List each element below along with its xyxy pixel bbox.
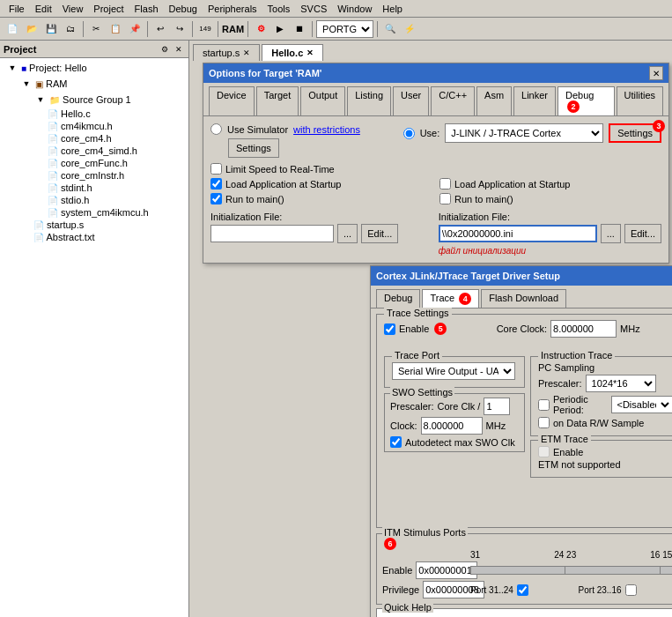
use-simulator-radio[interactable] xyxy=(210,123,222,135)
options-tab-cc[interactable]: C/C++ xyxy=(431,86,475,115)
port-3124-check[interactable] xyxy=(517,584,528,596)
on-data-check[interactable] xyxy=(538,417,550,428)
menu-tools[interactable]: Tools xyxy=(262,2,296,16)
prescaler-label: Prescaler: xyxy=(538,378,582,389)
tree-source-group[interactable]: ▼ 📁 Source Group 1 xyxy=(2,92,187,108)
options-tab-debug[interactable]: Debug 2 xyxy=(558,86,615,115)
options-tab-output[interactable]: Output xyxy=(300,86,345,115)
use-jtrace-radio[interactable] xyxy=(403,128,415,139)
menu-project[interactable]: Project xyxy=(88,2,129,16)
swo-prescaler-input[interactable] xyxy=(484,398,510,415)
core-clock-input[interactable] xyxy=(550,320,617,338)
options-close-btn[interactable]: ✕ xyxy=(649,66,663,80)
tab-helloc-close[interactable]: ✕ xyxy=(306,48,314,57)
jtrace-select[interactable]: J-LINK / J-TRACE Cortex xyxy=(445,123,603,143)
tree-abstract[interactable]: 📄 Abstract.txt xyxy=(2,231,187,243)
init-file-right-input[interactable] xyxy=(439,225,597,242)
cortex-tab-flash[interactable]: Flash Download xyxy=(481,289,566,308)
enable-trace-check[interactable] xyxy=(384,323,395,335)
options-tab-linker[interactable]: Linker xyxy=(513,86,556,115)
init-edit-left-btn[interactable]: Edit... xyxy=(361,224,398,243)
etm-enable-check[interactable] xyxy=(538,446,550,457)
build-btn[interactable]: 149 xyxy=(196,20,214,38)
quick-help-label: Quick Help xyxy=(382,602,433,613)
swo-clock-input[interactable] xyxy=(421,417,483,435)
run-main-left-check[interactable] xyxy=(210,193,222,204)
options-tab-listing[interactable]: Listing xyxy=(347,86,391,115)
tree-project[interactable]: ▼ ■ Project: Hello xyxy=(2,60,187,76)
port-select[interactable]: PORTG xyxy=(316,20,373,38)
sep3 xyxy=(192,21,193,37)
cut-btn[interactable]: ✂ xyxy=(87,20,105,38)
trace-port-select[interactable]: Serial Wire Output - UART/N... xyxy=(392,362,515,380)
simulator-settings-btn[interactable]: Settings xyxy=(228,138,279,158)
project-config-btn[interactable]: ⚙ xyxy=(159,43,171,56)
run-main-right-check[interactable] xyxy=(439,193,451,204)
options-tab-target[interactable]: Target xyxy=(256,86,299,115)
undo-btn[interactable]: ↩ xyxy=(151,20,169,38)
menu-file[interactable]: File xyxy=(4,2,30,16)
options-btn[interactable]: ⚙ xyxy=(252,20,270,38)
tree-corecm4[interactable]: 📄 core_cm4.h xyxy=(2,132,187,145)
menu-window[interactable]: Window xyxy=(332,2,377,16)
load-app-left-check[interactable] xyxy=(210,178,222,190)
init-browse-right-btn[interactable]: ... xyxy=(601,224,621,243)
menu-help[interactable]: Help xyxy=(377,2,408,16)
project-expand-icon: ▼ xyxy=(5,61,19,75)
menu-view[interactable]: View xyxy=(57,2,89,16)
itm-enable-input[interactable] xyxy=(416,561,477,579)
tree-stdint[interactable]: 📄 stdint.h xyxy=(2,182,187,194)
save-all-btn[interactable]: 🗂 xyxy=(62,20,79,38)
init-edit-right-btn[interactable]: Edit... xyxy=(624,224,661,243)
port-2316-check[interactable] xyxy=(625,584,637,596)
open-btn[interactable]: 📂 xyxy=(23,20,41,38)
init-browse-left-btn[interactable]: ... xyxy=(337,224,358,243)
step-btn[interactable]: ⚡ xyxy=(401,20,418,38)
options-tab-asm[interactable]: Asm xyxy=(476,86,512,115)
tree-stdio[interactable]: 📄 stdio.h xyxy=(2,194,187,206)
save-btn[interactable]: 💾 xyxy=(42,20,60,38)
cortex-tab-trace[interactable]: Trace 4 xyxy=(422,289,479,308)
tree-corecmfunc[interactable]: 📄 core_cmFunc.h xyxy=(2,157,187,169)
jtrace-settings-btn[interactable]: Settings 3 xyxy=(609,123,661,143)
tree-corecminstr[interactable]: 📄 core_cmInstr.h xyxy=(2,169,187,182)
itm-enable-label: Enable xyxy=(382,565,412,576)
init-file-left-input[interactable] xyxy=(210,225,334,242)
with-restrictions-link[interactable]: with restrictions xyxy=(293,124,360,135)
copy-btn[interactable]: 📋 xyxy=(107,20,124,38)
tree-helloc[interactable]: 📄 Hello.c xyxy=(2,108,187,120)
periodic-check[interactable] xyxy=(538,399,550,411)
load-app-right-check[interactable] xyxy=(439,178,451,190)
badge-3: 3 xyxy=(653,120,665,132)
etm-not-supported-label: ETM not supported xyxy=(538,459,621,470)
menu-flash[interactable]: Flash xyxy=(129,2,164,16)
menu-edit[interactable]: Edit xyxy=(30,2,57,16)
search-btn[interactable]: 🔍 xyxy=(381,20,399,38)
tree-cm4ikmcu[interactable]: 📄 cm4ikmcu.h xyxy=(2,120,187,132)
prescaler-select[interactable]: 1024*16 xyxy=(586,375,656,392)
cortex-tab-debug[interactable]: Debug xyxy=(376,289,420,308)
menu-svcs[interactable]: SVCS xyxy=(295,2,332,16)
menu-debug[interactable]: Debug xyxy=(164,2,203,16)
swo-autodetect-check[interactable] xyxy=(390,436,402,448)
options-tab-user[interactable]: User xyxy=(393,86,429,115)
limit-speed-check[interactable] xyxy=(210,163,222,175)
periodic-select[interactable]: <Disabled> xyxy=(611,396,673,413)
debug-stop-btn[interactable]: ⏹ xyxy=(291,20,308,38)
tab-helloc[interactable]: Hello.c ✕ xyxy=(262,44,323,61)
options-tab-device[interactable]: Device xyxy=(209,86,255,115)
redo-btn[interactable]: ↪ xyxy=(171,20,188,38)
debug-start-btn[interactable]: ▶ xyxy=(271,20,289,38)
tree-syscm4[interactable]: 📄 system_cm4ikmcu.h xyxy=(2,206,187,219)
tab-startups-close[interactable]: ✕ xyxy=(243,48,250,57)
tab-startups[interactable]: startup.s ✕ xyxy=(193,44,260,61)
paste-btn[interactable]: 📌 xyxy=(126,20,144,38)
tree-corecm4simd[interactable]: 📄 core_cm4_simd.h xyxy=(2,145,187,157)
new-btn[interactable]: 📄 xyxy=(4,20,21,38)
tree-startup[interactable]: 📄 startup.s xyxy=(2,219,187,231)
tree-ram[interactable]: ▼ ▣ RAM xyxy=(2,76,187,92)
folder-icon: 📁 xyxy=(49,95,60,105)
project-close-btn[interactable]: ✕ xyxy=(173,43,185,56)
options-tab-utilities[interactable]: Utilities xyxy=(617,86,663,115)
menu-peripherals[interactable]: Peripherals xyxy=(203,2,262,16)
